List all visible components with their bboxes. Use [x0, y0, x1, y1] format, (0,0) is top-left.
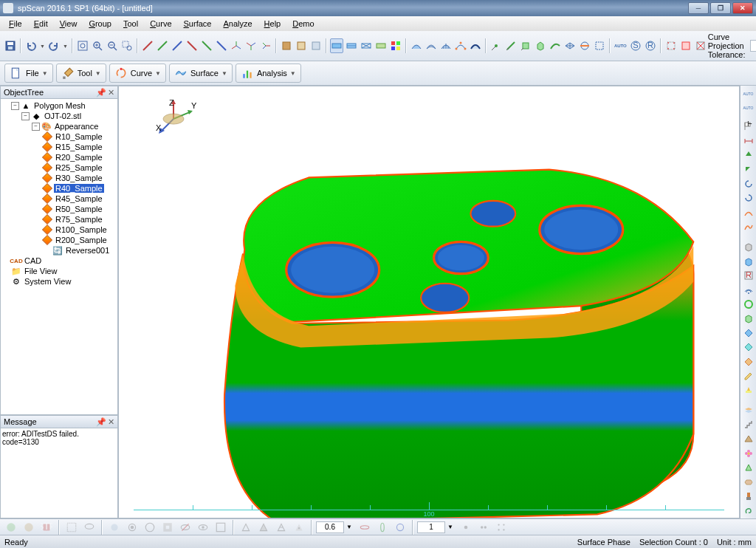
pick-edge-icon[interactable] — [504, 38, 518, 53]
tree-systemview[interactable]: ⚙System View — [2, 276, 116, 287]
panel-close-icon[interactable]: ✕ — [108, 417, 114, 427]
3d-viewport[interactable]: Z Y X — [118, 86, 740, 518]
tree-fileview[interactable]: 📁File View — [2, 266, 116, 276]
rot-x-icon[interactable] — [357, 520, 372, 535]
rotate-ccw-icon[interactable] — [742, 192, 755, 205]
tree-root[interactable]: −▲Polygon Mesh — [2, 100, 116, 111]
flower-icon[interactable] — [742, 447, 755, 459]
axis-z-icon[interactable] — [171, 38, 184, 53]
cube-green-icon[interactable] — [742, 312, 755, 325]
tree-sample[interactable]: R200_Sample — [2, 235, 116, 245]
tri-2-icon[interactable] — [256, 520, 271, 535]
surface-tab-button[interactable]: Surface▼ — [169, 64, 233, 83]
pick-body-icon[interactable] — [534, 38, 547, 53]
tree-sample[interactable]: R75_Sample — [2, 214, 116, 225]
menu-tool[interactable]: Tool — [117, 18, 144, 30]
tree-cad[interactable]: CADCAD — [2, 256, 116, 266]
menu-surface[interactable]: Surface — [178, 18, 218, 30]
auto-icon[interactable]: AUTO — [614, 38, 628, 53]
menu-view[interactable]: View — [54, 18, 83, 30]
rotate-cw-icon[interactable] — [742, 177, 755, 190]
iso-view-icon[interactable] — [230, 38, 243, 53]
brush-icon[interactable] — [742, 490, 755, 502]
spin-value-1[interactable] — [316, 521, 344, 533]
hex-icon[interactable] — [742, 476, 755, 488]
frame-icon[interactable] — [213, 520, 228, 535]
surface-cv-icon[interactable] — [454, 38, 467, 53]
surface-iso-icon[interactable] — [439, 38, 453, 53]
cube-grey-icon[interactable] — [742, 241, 755, 253]
iso-3-icon[interactable] — [259, 38, 272, 53]
arrow-up-icon[interactable] — [742, 148, 755, 161]
show-icon[interactable] — [196, 520, 210, 535]
menu-curve[interactable]: Curve — [144, 18, 177, 30]
tree-sample[interactable]: R50_Sample — [2, 204, 116, 214]
tree-sample[interactable]: R100_Sample — [2, 225, 116, 235]
measure-icon[interactable] — [742, 134, 755, 147]
dot-1-icon[interactable] — [458, 520, 473, 535]
menu-edit[interactable]: Edit — [28, 18, 54, 30]
tree-file[interactable]: −◆OJT-02.stl — [2, 111, 116, 121]
pyramid-icon[interactable] — [742, 433, 755, 445]
flag-f-icon[interactable]: F — [742, 120, 755, 133]
stairs-icon[interactable] — [742, 418, 755, 431]
save-icon[interactable] — [4, 38, 17, 53]
axis-neg-x-icon[interactable] — [185, 38, 199, 53]
step-icon[interactable] — [21, 520, 36, 535]
tree-reverse[interactable]: 🔄Reverse001 — [2, 245, 116, 256]
menu-group[interactable]: Group — [83, 18, 117, 30]
grid-dots-icon[interactable] — [494, 520, 509, 535]
minimize-button[interactable]: ─ — [688, 2, 709, 14]
menu-help[interactable]: Help — [258, 18, 287, 30]
rot-z-icon[interactable] — [393, 520, 408, 535]
expand-sel-icon[interactable] — [125, 520, 140, 535]
mesh-display-2-icon[interactable] — [345, 38, 358, 53]
sphere-r-icon[interactable]: R — [644, 38, 657, 53]
close-button[interactable]: ✕ — [732, 2, 753, 14]
diamond-blue-icon[interactable] — [742, 326, 755, 339]
dot-2-icon[interactable] — [476, 520, 491, 535]
tree-appearance[interactable]: −🎨Appearance — [2, 121, 116, 131]
mesh-display-3-icon[interactable] — [360, 38, 373, 53]
tri-1-icon[interactable] — [238, 520, 253, 535]
arc-icon[interactable] — [742, 206, 755, 219]
tree-sample[interactable]: R15_Sample — [2, 142, 116, 152]
maximize-button[interactable]: ❐ — [710, 2, 731, 14]
shade-2-icon[interactable] — [295, 38, 308, 53]
play-icon[interactable] — [4, 520, 18, 535]
sphere-sel-icon[interactable] — [107, 520, 122, 535]
redo-dropdown-icon[interactable]: ▼ — [62, 38, 69, 53]
pin-icon[interactable]: 📌 — [96, 417, 106, 427]
auto-zoom-icon[interactable]: AUTO — [742, 101, 755, 114]
curve-tab-button[interactable]: Curve▼ — [109, 64, 166, 83]
redo-icon[interactable] — [47, 38, 61, 53]
menu-file[interactable]: File — [3, 18, 28, 30]
spin-value-2[interactable] — [417, 521, 445, 533]
menu-analyze[interactable]: Analyze — [217, 18, 258, 30]
analysis-tab-button[interactable]: Analysis▼ — [236, 64, 301, 83]
transparency-icon[interactable] — [309, 38, 323, 53]
select-box-icon[interactable] — [679, 38, 693, 53]
surface-shade-icon[interactable] — [410, 38, 423, 53]
clear-sel-icon[interactable] — [694, 38, 707, 53]
arrow-up-left-icon[interactable] — [742, 163, 755, 176]
undo-dropdown-icon[interactable]: ▼ — [39, 38, 46, 53]
zoom-in-icon[interactable] — [91, 38, 104, 53]
pick-curve-icon[interactable] — [549, 38, 562, 53]
stop-icon[interactable]: STP — [39, 520, 54, 535]
cube-blue-icon[interactable] — [742, 255, 755, 267]
pencil-icon[interactable] — [742, 369, 755, 382]
hide-icon[interactable] — [178, 520, 193, 535]
green-ring-icon[interactable] — [742, 298, 755, 310]
pick-face-icon[interactable] — [519, 38, 532, 53]
mesh-display-1-icon[interactable] — [330, 38, 343, 53]
layers-icon[interactable] — [742, 404, 755, 417]
sphere-s-icon[interactable]: S — [629, 38, 642, 53]
menu-demo[interactable]: Demo — [286, 18, 320, 30]
rot-y-icon[interactable] — [375, 520, 390, 535]
radius-r-icon[interactable]: R — [742, 270, 755, 282]
axis-x-icon[interactable] — [141, 38, 154, 53]
box-sel-icon[interactable] — [64, 520, 79, 535]
tree-sample[interactable]: R30_Sample — [2, 173, 116, 183]
lasso-sel-icon[interactable] — [82, 520, 97, 535]
